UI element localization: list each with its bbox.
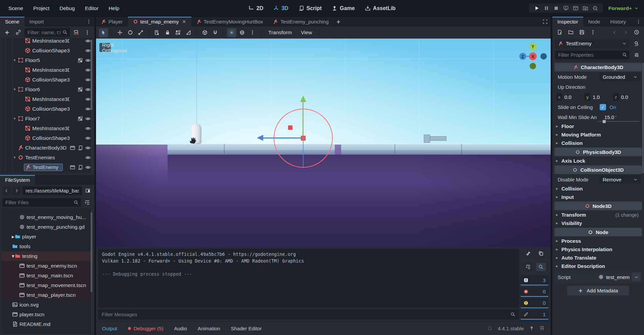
- attach-script-button[interactable]: [72, 28, 81, 37]
- close-tab-icon[interactable]: [182, 19, 186, 24]
- scene-tree-row[interactable]: CollisionShape3D: [1, 46, 93, 55]
- visibility-eye-icon[interactable]: [85, 165, 91, 170]
- scene-tree-row[interactable]: TestEnemy: [1, 162, 93, 172]
- group-moving-platform[interactable]: ▸Moving Platform: [554, 130, 642, 139]
- scene-tree-row[interactable]: ▾Floor7: [1, 114, 93, 123]
- orientation-gizmo[interactable]: Y Z X: [518, 41, 549, 72]
- new-scene-tab-button[interactable]: [334, 17, 343, 26]
- file-row[interactable]: test_enemy_moving_hu...: [1, 212, 93, 222]
- scene-tree-row[interactable]: MeshInstance3D: [1, 123, 93, 133]
- gizmo-plane-handle[interactable]: [288, 125, 292, 130]
- warning-count[interactable]: 0: [520, 298, 549, 308]
- visibility-eye-icon[interactable]: [85, 67, 91, 73]
- context-button-game[interactable]: Game: [328, 3, 358, 13]
- play-icon[interactable]: [534, 5, 540, 11]
- property-tools-button[interactable]: [632, 50, 641, 59]
- scene-tab-test-map-enemy[interactable]: test_map_enemy: [128, 17, 191, 26]
- visibility-eye-icon[interactable]: [85, 126, 91, 131]
- nav-back-button[interactable]: [2, 186, 11, 195]
- inspector-tabs-menu[interactable]: [633, 17, 644, 26]
- stop-icon[interactable]: [553, 5, 559, 11]
- expand-arrow[interactable]: ▾: [12, 116, 17, 121]
- axis-field-z[interactable]: z0.0: [613, 93, 640, 101]
- preview-environment-toggle[interactable]: [237, 28, 247, 37]
- rotate-tool[interactable]: [126, 28, 135, 37]
- grid-icon[interactable]: [78, 58, 83, 63]
- select-tool[interactable]: [99, 28, 108, 37]
- expand-arrow[interactable]: ▾: [12, 155, 17, 160]
- scene-tree-row[interactable]: CollisionShape3D: [1, 75, 93, 85]
- copy-output-button[interactable]: [536, 249, 546, 258]
- visibility-eye-icon[interactable]: [85, 155, 91, 160]
- visibility-eye-icon[interactable]: [85, 48, 91, 53]
- list-select-tool[interactable]: [152, 28, 162, 37]
- tab-import[interactable]: Import: [25, 17, 49, 26]
- history-forward-button[interactable]: [621, 28, 630, 37]
- pin-bottom-panel-icon[interactable]: [529, 326, 534, 331]
- viewport-3d[interactable]: Right Orthogonal Y Z X: [96, 39, 551, 247]
- menu-debug[interactable]: Debug: [54, 3, 80, 13]
- ruler-tool[interactable]: [184, 28, 193, 37]
- scrollbar-thumb[interactable]: [91, 40, 92, 110]
- filesystem-scrollbar[interactable]: [91, 209, 93, 333]
- context-button-3d[interactable]: 3D: [270, 3, 291, 13]
- visibility-eye-icon[interactable]: [85, 87, 91, 92]
- renderer-selector[interactable]: Forward+: [608, 5, 641, 11]
- bottom-tab-animation[interactable]: Animation: [198, 326, 220, 331]
- scene-tree-row[interactable]: ▾TestEnemies: [1, 153, 93, 162]
- add-metadata-button[interactable]: Add Metadata: [567, 286, 629, 295]
- scene-tree-row[interactable]: CollisionShape3D: [1, 133, 93, 143]
- property-dropdown[interactable]: Grounded: [600, 72, 641, 81]
- output-log[interactable]: Godot Engine v4.4.1.stable.official.49a5…: [98, 249, 519, 308]
- pause-icon[interactable]: [544, 5, 549, 11]
- menu-transform[interactable]: Transform: [264, 28, 296, 37]
- group-editor-description[interactable]: ▸Editor Description: [554, 262, 642, 270]
- expand-arrow[interactable]: ▾: [12, 87, 17, 92]
- tab-scene[interactable]: Scene: [0, 17, 25, 26]
- expand-viewport-icon[interactable]: [543, 19, 548, 24]
- visibility-eye-icon[interactable]: [85, 135, 91, 141]
- save-resource-button[interactable]: [577, 28, 587, 37]
- scene-tree-row[interactable]: CharacterBody3D: [1, 143, 93, 153]
- clapper-icon[interactable]: [70, 145, 75, 151]
- context-button-script[interactable]: Script: [295, 3, 325, 13]
- expand-arrow[interactable]: ▸: [12, 234, 14, 240]
- scene-tree-row[interactable]: ▾Floor6: [1, 85, 93, 94]
- property-dropdown[interactable]: Remove: [600, 175, 641, 184]
- scene-tab-testenemy-punching[interactable]: TestEnemy_punching: [268, 17, 333, 26]
- preview-options-menu[interactable]: [248, 28, 257, 37]
- expand-bottom-panel-icon[interactable]: [540, 326, 545, 331]
- script-value[interactable]: test_enem: [598, 274, 630, 280]
- visibility-eye-icon[interactable]: [85, 38, 91, 44]
- group-visibility[interactable]: ▸Visibility: [554, 219, 642, 227]
- open-docs-button[interactable]: [632, 39, 641, 48]
- bottom-tab-output[interactable]: Output: [102, 326, 117, 331]
- history-back-button[interactable]: [610, 28, 619, 37]
- new-resource-button[interactable]: [555, 28, 564, 37]
- script-icon[interactable]: [78, 145, 83, 151]
- grid-icon[interactable]: [78, 116, 83, 121]
- group-transform[interactable]: ▸Transform(1 change): [554, 211, 642, 219]
- scrollbar-thumb[interactable]: [91, 212, 92, 292]
- visibility-eye-icon[interactable]: [85, 58, 91, 63]
- history-button[interactable]: [632, 28, 641, 37]
- context-button-2d[interactable]: 2D: [245, 3, 267, 13]
- file-row[interactable]: tools: [1, 241, 93, 251]
- scene-tree-row[interactable]: MeshInstance3D: [1, 38, 93, 46]
- bottom-tab-audio[interactable]: Audio: [174, 326, 187, 331]
- remote-debug-icon[interactable]: [563, 5, 569, 11]
- scene-tree-row[interactable]: CollisionShape3D: [1, 104, 93, 114]
- tab-history[interactable]: History: [605, 17, 631, 26]
- lock-selected-button[interactable]: [163, 28, 172, 37]
- file-row[interactable]: test_map_movement.tscn: [1, 280, 93, 290]
- visibility-eye-icon[interactable]: [85, 145, 91, 151]
- message-filter-input[interactable]: [102, 312, 510, 317]
- script-dropdown-button[interactable]: [632, 273, 641, 281]
- notification-bell-icon[interactable]: [487, 326, 492, 331]
- camera-preview-menu[interactable]: Right Orthogonal: [99, 43, 111, 52]
- file-row[interactable]: test_map_main.tscn: [1, 271, 93, 280]
- scene-tab-testenemymovinghurtbox[interactable]: TestEnemyMovingHurtBox: [191, 17, 268, 26]
- gizmo-y-arrowhead[interactable]: [300, 96, 306, 102]
- run-specific-scene-icon[interactable]: [583, 5, 588, 11]
- split-filesystem-button[interactable]: [84, 186, 92, 195]
